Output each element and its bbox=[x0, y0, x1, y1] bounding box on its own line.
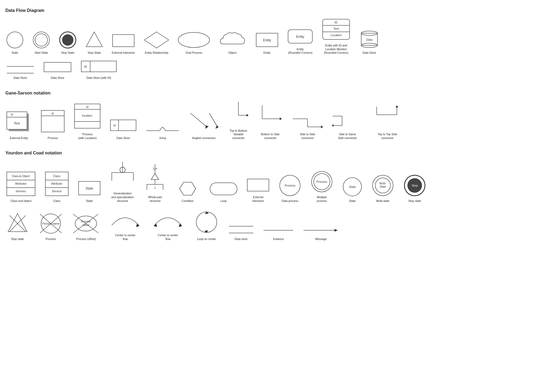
svg-text:1: 1 bbox=[154, 186, 156, 189]
svg-point-4 bbox=[62, 35, 73, 45]
yc-message-shape bbox=[302, 222, 340, 236]
entity-rounded-shape: Entity bbox=[287, 27, 314, 46]
yc-data-process-label: Data process bbox=[282, 199, 298, 203]
gs-title: Gane-Sarson notation bbox=[5, 91, 549, 96]
gs-top-top-label: Top to Top Sideconnector bbox=[378, 133, 397, 140]
yc-class-label: Class bbox=[53, 199, 60, 203]
svg-line-47 bbox=[190, 113, 207, 127]
svg-text:Attribute: Attribute bbox=[51, 182, 62, 185]
gs-top-bottom-label: Top to BottomVariableconnector bbox=[230, 129, 247, 140]
svg-text:Process: Process bbox=[81, 220, 91, 223]
yc-state-shape: State bbox=[77, 179, 102, 198]
svg-text:ID: ID bbox=[84, 65, 87, 68]
yc-gen-label: Generalizationand specializationstructur… bbox=[111, 192, 134, 203]
dfd-stop-state2-label: Stop State bbox=[87, 51, 101, 55]
dfd-object-label: Object bbox=[228, 51, 237, 55]
dfd-data-store-box-label: Data Store bbox=[51, 76, 64, 80]
yc-ext-interactor: Externalinteractor bbox=[246, 176, 270, 203]
yc-gen-shape bbox=[109, 160, 136, 190]
svg-rect-97 bbox=[210, 183, 237, 195]
data-store-cyl-shape: Data bbox=[359, 28, 380, 49]
svg-marker-113 bbox=[8, 214, 27, 232]
svg-text:Text: Text bbox=[14, 121, 20, 125]
yc-center-flow1: Center to centerflow bbox=[108, 208, 143, 241]
svg-rect-30 bbox=[7, 112, 27, 129]
dfd-start-state-label: Start State bbox=[35, 51, 48, 55]
yc-center-flow2-label: Center to centerflow bbox=[158, 234, 178, 241]
gs-jump-shape bbox=[145, 117, 180, 135]
svg-text:Entity: Entity bbox=[263, 38, 271, 42]
gs-angled: Angled connectors bbox=[188, 110, 220, 140]
yc-center-flow2: Center to centerflow bbox=[150, 208, 185, 241]
dfd-stop-state: Stop State bbox=[58, 31, 77, 55]
svg-text:id: id bbox=[52, 112, 54, 115]
dfd-entity-rel: Entity Relationship bbox=[143, 31, 170, 55]
gs-row1: id Text External Entity id Process id lo… bbox=[5, 100, 549, 143]
yc-class: Class Attribute Service Class bbox=[44, 171, 70, 203]
yc-class-object: Class-&-Object Attributes Services Class… bbox=[5, 171, 36, 203]
gs-ext-entity: id Text External Entity bbox=[5, 110, 32, 140]
svg-text:Class: Class bbox=[53, 174, 60, 178]
dfd-data-store-cyl: Data Data Store bbox=[359, 28, 380, 55]
yc-process-x: Process name Process bbox=[37, 211, 64, 241]
yc-center-flow2-shape bbox=[150, 208, 185, 232]
gs-top-top-shape bbox=[371, 104, 404, 131]
dfd-entity-rel-label: Entity Relationship bbox=[145, 51, 168, 55]
gs-bottom-side-label: Bottom to Sideconnector bbox=[261, 133, 280, 140]
data-store-line-shape bbox=[5, 64, 35, 75]
gs-side-same-label: Side to SameSide connector bbox=[338, 133, 357, 140]
yc-loop-label: Loop bbox=[220, 199, 227, 203]
gs-process-shape: id bbox=[40, 109, 66, 135]
svg-text:Attributes: Attributes bbox=[15, 182, 26, 185]
svg-text:State: State bbox=[86, 187, 93, 190]
gs-process-location-shape: id location bbox=[73, 103, 102, 131]
gs-data-store-label: Data Store bbox=[116, 136, 130, 140]
dfd-stop-state-label: Stop State bbox=[61, 51, 74, 55]
yc-instance-label: Instance bbox=[273, 237, 284, 241]
yc-state-circle: State State bbox=[342, 176, 363, 203]
entity-rel-shape bbox=[143, 31, 170, 49]
gs-process-location: id location Process(with Location) bbox=[73, 103, 102, 140]
svg-text:Text: Text bbox=[333, 27, 339, 30]
ext-interactor-shape bbox=[111, 31, 136, 49]
gs-side-side-label: Side to Sideconnector bbox=[300, 133, 315, 140]
dfd-ext-interactor: External Interactor bbox=[111, 31, 136, 55]
yc-multiple-process: Process Multipleprocess bbox=[310, 170, 334, 203]
data-store-box-shape bbox=[43, 61, 72, 75]
svg-text:Service: Service bbox=[52, 190, 62, 193]
gs-top-bottom-shape bbox=[228, 100, 249, 127]
yc-stop-triangle-label: Stop state bbox=[11, 237, 24, 241]
yc-state-label: State bbox=[86, 199, 93, 203]
svg-text:Services: Services bbox=[16, 190, 26, 193]
yc-data-store: Data store bbox=[228, 222, 255, 241]
svg-text:Process: Process bbox=[316, 180, 327, 183]
svg-text:1,m: 1,m bbox=[153, 167, 157, 170]
gs-angled-shape bbox=[188, 110, 220, 135]
dfd-state-label: State bbox=[12, 51, 18, 55]
svg-marker-50 bbox=[215, 125, 219, 129]
dfd-stop-state2: Stop State bbox=[85, 31, 104, 55]
svg-text:id: id bbox=[113, 124, 116, 127]
yc-process-offset-label: Process (offset) bbox=[76, 237, 96, 241]
svg-text:Data: Data bbox=[366, 38, 373, 41]
svg-text:Process name: Process name bbox=[42, 222, 59, 225]
yc-section: Yourdon and Coad notation Class-&-Object… bbox=[5, 151, 549, 244]
svg-marker-89 bbox=[151, 174, 159, 180]
svg-text:id: id bbox=[86, 105, 89, 109]
yc-center-flow1-shape bbox=[108, 208, 143, 232]
yc-loop-center-label: Loop on center bbox=[197, 237, 216, 241]
svg-marker-53 bbox=[246, 114, 249, 117]
yc-stop-state-label: Stop state bbox=[408, 199, 421, 203]
dfd-state: State bbox=[5, 31, 24, 55]
svg-text:Stop: Stop bbox=[412, 184, 418, 187]
gs-process-label: Process bbox=[48, 136, 58, 140]
yc-multi-state-shape: Multi- State bbox=[371, 173, 395, 198]
stop-state2-shape bbox=[85, 31, 104, 49]
gs-process-location-label: Process(with Location) bbox=[78, 133, 96, 140]
svg-text:State: State bbox=[380, 185, 386, 188]
gs-data-store: id Data Store bbox=[109, 116, 137, 140]
dfd-oval-process-label: Oval Process bbox=[185, 51, 202, 55]
yc-center-flow1-label: Center to centerflow bbox=[115, 234, 135, 241]
dfd-entity-id-label: Entity with ID andLocation Mention(Round… bbox=[324, 44, 348, 55]
yc-instance-shape bbox=[262, 222, 295, 236]
